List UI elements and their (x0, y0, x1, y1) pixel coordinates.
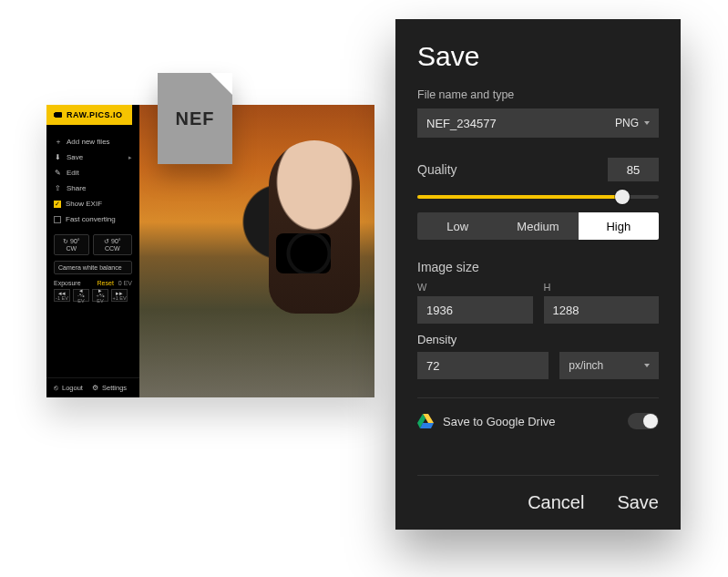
quality-slider[interactable] (417, 191, 659, 203)
cancel-button[interactable]: Cancel (528, 492, 584, 513)
exposure-buttons: ◂◂-1 EV ◂-⅓ EV ▸+⅓ EV ▸▸+1 EV (54, 289, 132, 302)
quality-value: 85 (608, 158, 659, 181)
chevron-down-icon (644, 121, 650, 125)
label: Add new files (67, 138, 110, 146)
density-label: Density (417, 333, 659, 346)
sidebar-save[interactable]: ⬇ Save ▸ (54, 149, 132, 165)
sidebar-share[interactable]: ⇪ Share (54, 180, 132, 196)
filetype-select[interactable]: PNG (615, 117, 650, 129)
share-icon: ⇪ (54, 184, 62, 192)
filename-row: PNG (417, 108, 659, 138)
ev-minus-1[interactable]: ◂◂-1 EV (54, 289, 70, 302)
exposure-section: Exposure Reset 0 EV ◂◂-1 EV ◂-⅓ EV ▸+⅓ E… (46, 276, 139, 305)
width-input[interactable] (426, 304, 524, 317)
google-drive-icon (417, 414, 434, 428)
gdrive-label: Save to Google Drive (443, 415, 556, 428)
ev-plus-third[interactable]: ▸+⅓ EV (92, 289, 108, 302)
quality-high[interactable]: High (579, 212, 659, 240)
slider-thumb-icon[interactable] (615, 190, 630, 204)
height-input[interactable] (553, 304, 651, 317)
save-button[interactable]: Save (617, 492, 659, 513)
sidebar-show-exif[interactable]: ✓ Show EXIF (54, 196, 132, 211)
exposure-value: 0 EV (118, 280, 132, 286)
width-label: W (417, 282, 533, 293)
quality-segment: Low Medium High (417, 212, 659, 240)
density-unit-value: px/inch (569, 359, 603, 372)
ev-plus-1[interactable]: ▸▸+1 EV (111, 289, 128, 302)
pencil-icon: ✎ (54, 169, 62, 177)
checkbox-checked-icon: ✓ (54, 201, 61, 208)
logout-icon: ⎋ (54, 384, 58, 392)
label: Edit (67, 169, 79, 177)
white-balance-button[interactable]: Camera white balance (54, 261, 132, 274)
density-input[interactable] (426, 359, 539, 373)
density-unit-select[interactable]: px/inch (559, 352, 659, 379)
label: Show EXIF (66, 200, 102, 208)
sidebar-edit[interactable]: ✎ Edit (54, 165, 132, 180)
editor-sidebar: ＋ Add new files ⬇ Save ▸ ✎ Edit ⇪ Share … (46, 105, 139, 397)
svg-rect-0 (55, 112, 62, 118)
file-type-badge: NEF (158, 73, 232, 164)
label: Fast converting (66, 215, 116, 223)
exposure-label: Exposure (54, 280, 81, 286)
chevron-down-icon (644, 364, 650, 367)
sidebar-fast-converting[interactable]: Fast converting (54, 211, 132, 227)
svg-rect-1 (54, 113, 56, 117)
label: Save (67, 153, 83, 161)
sidebar-add-files[interactable]: ＋ Add new files (54, 134, 132, 149)
logout-button[interactable]: ⎋ Logout (54, 384, 83, 392)
filename-input[interactable] (426, 117, 615, 130)
quality-medium[interactable]: Medium (497, 212, 578, 240)
plus-icon: ＋ (54, 138, 62, 146)
toggle-knob-icon (643, 414, 658, 428)
filename-label: File name and type (417, 88, 659, 101)
chevron-right-icon: ▸ (128, 154, 132, 161)
height-label: H (544, 282, 660, 293)
brand-badge: RAW.PICS.IO (46, 105, 132, 125)
dialog-title: Save (417, 41, 659, 72)
download-icon: ⬇ (54, 153, 62, 161)
exposure-reset[interactable]: Reset (97, 280, 114, 286)
brand-text: RAW.PICS.IO (67, 110, 123, 119)
rotate-cw-button[interactable]: ↻ 90° CW (54, 234, 89, 255)
ev-minus-third[interactable]: ◂-⅓ EV (73, 289, 89, 302)
filetype-value: PNG (615, 117, 639, 129)
quality-label: Quality (417, 162, 457, 177)
gdrive-toggle[interactable] (628, 413, 659, 429)
label: Share (67, 184, 86, 192)
save-dialog: Save File name and type PNG Quality 85 L… (395, 19, 681, 530)
brand-icon (54, 110, 63, 119)
checkbox-icon (54, 216, 61, 223)
file-type-label: NEF (176, 108, 215, 129)
settings-button[interactable]: ⚙ Settings (92, 384, 127, 392)
rotate-ccw-button[interactable]: ↺ 90° CCW (93, 234, 132, 255)
quality-low[interactable]: Low (417, 212, 497, 240)
image-size-label: Image size (417, 260, 659, 274)
gear-icon: ⚙ (92, 384, 98, 392)
